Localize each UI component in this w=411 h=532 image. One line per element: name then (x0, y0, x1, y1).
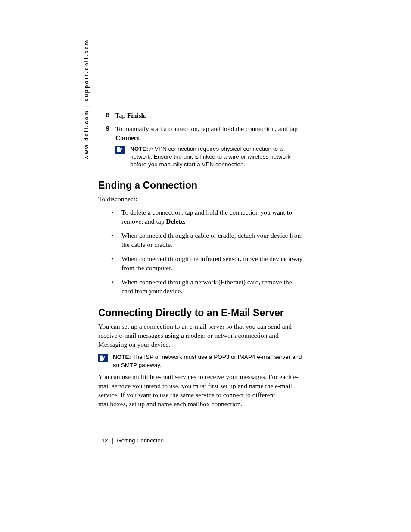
email-para-2: You can use multiple e-mail services to … (98, 373, 304, 409)
note-label: NOTE: (130, 146, 148, 152)
bullet-text-pre: To delete a connection, tap and hold the… (121, 208, 292, 225)
step-number: 8 (98, 111, 115, 120)
page-content: 8 Tap Finish. 9 To manually start a conn… (98, 111, 304, 413)
email-para-1: You can set up a connection to an e-mail… (98, 322, 304, 349)
ending-bullet-list: To delete a connection, tap and hold the… (98, 208, 304, 296)
note-icon (115, 146, 125, 154)
step-text-pre: To manually start a connection, tap and … (115, 125, 298, 132)
step-number: 9 (98, 124, 115, 169)
note-pop3: NOTE: The ISP or network must use a POP3… (98, 353, 304, 369)
page-footer: 112 Getting Connected (98, 437, 164, 444)
note-body: A VPN connection requires physical conne… (130, 146, 290, 168)
note-vpn: NOTE: A VPN connection requires physical… (115, 145, 304, 169)
ending-intro: To disconnect: (98, 195, 304, 204)
list-item: To delete a connection, tap and hold the… (106, 208, 304, 226)
list-item: When connected through a cable or cradle… (106, 231, 304, 249)
step-text-bold: Connect. (115, 134, 141, 141)
step-9: 9 To manually start a connection, tap an… (98, 124, 304, 169)
note-body: The ISP or network must use a POP3 or IM… (113, 354, 302, 368)
list-item: When connected through a network (Ethern… (106, 278, 304, 296)
page-number: 112 (98, 437, 108, 444)
step-text-bold: Finish. (127, 112, 146, 119)
step-text: To manually start a connection, tap and … (115, 124, 304, 169)
heading-ending-connection: Ending a Connection (98, 180, 304, 191)
heading-email-server: Connecting Directly to an E-Mail Server (98, 307, 304, 319)
step-text: Tap Finish. (115, 111, 304, 120)
footer-section: Getting Connected (117, 437, 164, 444)
step-text-pre: Tap (115, 112, 127, 119)
note-label: NOTE: (113, 354, 131, 360)
footer-divider (112, 438, 113, 444)
side-url-text: www.dell.com | support.dell.com (84, 39, 90, 159)
list-item: When connected through the infrared sens… (106, 255, 304, 273)
note-text: NOTE: A VPN connection requires physical… (130, 145, 304, 169)
step-8: 8 Tap Finish. (98, 111, 304, 120)
bullet-text-bold: Delete. (166, 218, 185, 225)
note-icon (98, 354, 108, 362)
note-text: NOTE: The ISP or network must use a POP3… (113, 353, 304, 369)
